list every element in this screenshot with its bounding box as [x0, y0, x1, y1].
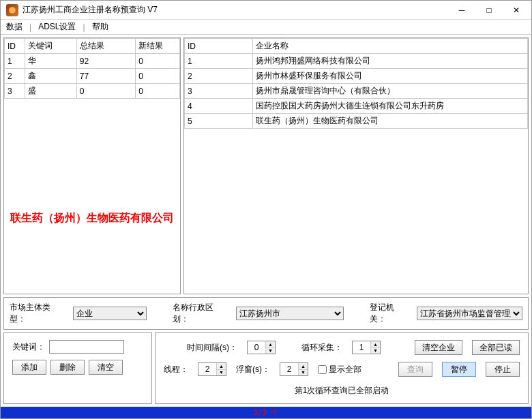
col-id[interactable]: ID	[5, 39, 25, 54]
svg-point-0	[9, 7, 16, 14]
chevron-up-icon: ▲	[371, 341, 380, 348]
table-row[interactable]: 4国药控股国大药房扬州大德生连锁有限公司东升药房	[185, 99, 528, 114]
table-row[interactable]: 1华920	[5, 54, 180, 69]
chevron-down-icon: ▼	[217, 370, 226, 376]
registry-select[interactable]: 江苏省扬州市场监督管理局	[417, 307, 522, 320]
type-select[interactable]: 企业	[73, 307, 147, 320]
results-panel: ID 企业名称 1扬州鸿邦翔盛网络科技有限公司 2扬州市林盛环保服务有限公司 3…	[183, 37, 529, 294]
keyword-input[interactable]	[49, 340, 124, 354]
float-spinner[interactable]: ▲▼	[280, 362, 308, 376]
minimize-button[interactable]: ─	[448, 1, 475, 19]
add-button[interactable]: 添加	[12, 360, 46, 375]
highlight-company: 联生药（扬州）生物医药有限公司	[4, 211, 180, 226]
table-row[interactable]: 2扬州市林盛环保服务有限公司	[185, 69, 528, 84]
window-title: 江苏扬州工商企业注册名称预查询 V7	[23, 4, 448, 16]
table-row[interactable]: 1扬州鸿邦翔盛网络科技有限公司	[185, 54, 528, 69]
region-label: 名称行政区划：	[173, 302, 229, 325]
menu-help[interactable]: 帮助	[89, 21, 111, 33]
query-button[interactable]: 查询	[398, 362, 432, 377]
table-row[interactable]: 5联生药（扬州）生物医药有限公司	[185, 114, 528, 129]
pause-button[interactable]: 暂停	[442, 362, 476, 377]
interval-spinner[interactable]: ▲▼	[247, 341, 276, 354]
chevron-up-icon: ▲	[217, 363, 226, 370]
chevron-up-icon: ▲	[299, 363, 308, 370]
clear-button[interactable]: 清空	[89, 360, 123, 375]
delete-button[interactable]: 删除	[50, 360, 85, 375]
clear-enterprise-button[interactable]: 清空企业	[415, 340, 462, 355]
loop-label: 循环采集：	[301, 342, 342, 354]
type-label: 市场主体类型：	[10, 302, 66, 325]
chevron-up-icon: ▲	[266, 341, 275, 348]
all-read-button[interactable]: 全部已读	[472, 340, 520, 355]
maximize-button[interactable]: □	[475, 1, 503, 19]
status-text: 第1次循环查询已全部启动	[164, 384, 520, 397]
col-new[interactable]: 新结果	[136, 39, 180, 54]
stop-button[interactable]: 停止	[486, 362, 520, 377]
chevron-down-icon: ▼	[299, 370, 308, 376]
loop-spinner[interactable]: ▲▼	[352, 341, 381, 354]
region-select[interactable]: 江苏扬州市	[236, 307, 344, 320]
keyword-panel: ID 关键词 总结果 新结果 1华920 2鑫770 3盛00 联生药（扬州）生…	[3, 37, 181, 294]
float-label: 浮窗(s)：	[236, 364, 270, 375]
col-total[interactable]: 总结果	[76, 39, 135, 54]
col-company[interactable]: 企业名称	[253, 39, 528, 54]
chevron-down-icon: ▼	[266, 348, 275, 354]
table-row[interactable]: 2鑫770	[5, 69, 180, 84]
show-all-checkbox[interactable]: 显示全部	[318, 364, 361, 375]
registry-label: 登记机关：	[370, 302, 410, 325]
keyword-label: 关键词：	[12, 341, 45, 353]
col-keyword[interactable]: 关键词	[25, 39, 77, 54]
close-button[interactable]: ✕	[503, 1, 530, 19]
table-row[interactable]: 3扬州市鼎晟管理咨询中心（有限合伙）	[185, 84, 528, 99]
col-id[interactable]: ID	[185, 39, 253, 54]
thread-label: 线程：	[164, 364, 188, 375]
menu-data[interactable]: 数据	[3, 21, 25, 33]
app-icon	[6, 4, 18, 16]
thread-spinner[interactable]: ▲▼	[198, 362, 226, 376]
menu-adsl[interactable]: ADSL设置	[35, 21, 78, 33]
interval-label: 时间间隔(s)：	[187, 342, 237, 354]
table-row[interactable]: 3盛00	[5, 84, 180, 99]
chevron-down-icon: ▼	[371, 348, 380, 354]
footer-status: 3/3 个	[1, 407, 531, 418]
